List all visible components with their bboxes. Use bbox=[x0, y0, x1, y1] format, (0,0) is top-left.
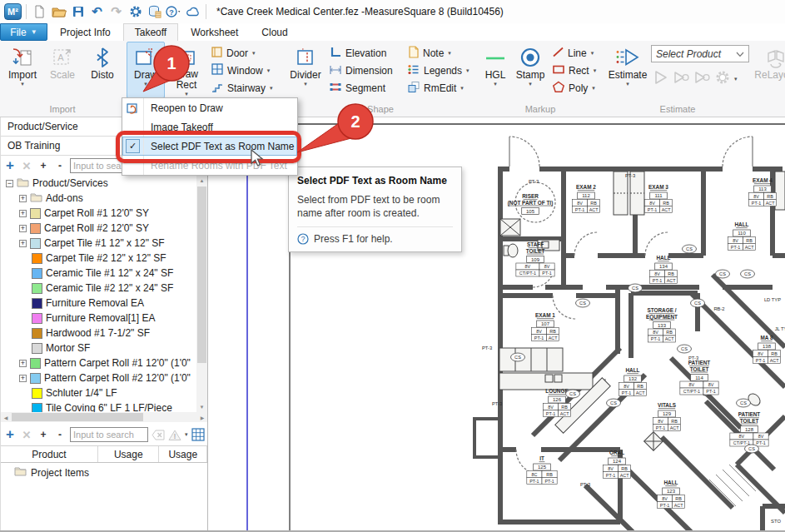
line-button[interactable]: Line▾ bbox=[549, 45, 601, 61]
tree-item[interactable]: +Carpet Roll #1 12'0" SY bbox=[1, 206, 207, 221]
svg-text:MA 8: MA 8 bbox=[760, 335, 773, 341]
tree-item[interactable]: Hardwood #1 7-1/2" SF bbox=[1, 326, 207, 341]
svg-text:8V: 8V bbox=[708, 382, 714, 387]
tab-takeoff[interactable]: Takeoff bbox=[123, 23, 178, 41]
hgl-button[interactable]: HGL▾ bbox=[479, 42, 511, 98]
column-header-product[interactable]: Product bbox=[1, 446, 98, 462]
add-button[interactable]: + bbox=[3, 159, 17, 172]
redo-icon[interactable]: ↷ bbox=[107, 2, 126, 21]
save-icon[interactable] bbox=[68, 2, 87, 21]
legends-button[interactable]: Legends▾ bbox=[405, 62, 474, 78]
room-label-storage-: STORAGE /EQUIPMENT1338VRBPT-1ACT bbox=[646, 307, 678, 342]
tree-item[interactable]: Tile Coving 6" LF 1 LF/Piece bbox=[1, 400, 207, 412]
new-document-icon[interactable] bbox=[30, 2, 49, 21]
tree-item[interactable]: Furniture Removal EA bbox=[1, 296, 207, 311]
chevron-down-icon[interactable]: ▾ bbox=[734, 76, 738, 82]
collapse-button[interactable]: - bbox=[53, 428, 67, 441]
delete-button[interactable]: ✕ bbox=[20, 428, 33, 441]
divider-button[interactable]: Divider▾ bbox=[286, 42, 325, 98]
tree-item[interactable]: Furniture Removal[1] EA bbox=[1, 311, 207, 326]
product-tree: −Product/Services+Add-ons+Carpet Roll #1… bbox=[1, 176, 207, 412]
import-button[interactable]: Import▾ bbox=[3, 42, 42, 98]
window-button[interactable]: Window▾ bbox=[208, 62, 281, 78]
svg-text:ACT: ACT bbox=[549, 336, 558, 341]
grid-view-icon[interactable] bbox=[191, 428, 205, 441]
product-color-swatch bbox=[32, 298, 42, 309]
estimate-run-next-icon[interactable] bbox=[672, 68, 691, 89]
tree-vertical-scrollbar[interactable]: ▲▼ bbox=[196, 176, 207, 412]
expand-icon[interactable]: + bbox=[19, 210, 27, 217]
svg-text:LOUNGE: LOUNGE bbox=[545, 388, 569, 394]
product-color-swatch bbox=[30, 208, 41, 219]
estimate-run-icon[interactable] bbox=[651, 68, 670, 89]
chevron-down-icon[interactable]: ▾ bbox=[185, 431, 188, 438]
expand-button[interactable]: + bbox=[37, 428, 50, 441]
settings-gear-icon[interactable] bbox=[126, 2, 145, 21]
clear-search-icon[interactable] bbox=[152, 428, 165, 441]
tree-item[interactable]: Ceramic Tile #1 12" x 24" SF bbox=[1, 266, 207, 281]
estimate-button[interactable]: Estimate▾ bbox=[606, 42, 649, 98]
tree-horizontal-scrollbar[interactable]: ◀▶ bbox=[1, 412, 207, 422]
undo-icon[interactable]: ↶ bbox=[87, 2, 107, 21]
tree-item[interactable]: Ceramic Tile #2 12" x 24" SF bbox=[1, 281, 207, 296]
collapse-icon[interactable]: − bbox=[6, 180, 13, 187]
estimate-settings-gear-icon[interactable] bbox=[713, 68, 733, 89]
dimension-button[interactable]: Dimension bbox=[326, 62, 403, 78]
estimate-run-all-icon[interactable] bbox=[693, 68, 712, 89]
tree-item[interactable]: Carpet Tile #2 12" x 12" SF bbox=[1, 251, 207, 266]
cloud-icon[interactable] bbox=[183, 2, 202, 21]
help-icon[interactable]: ? bbox=[164, 2, 183, 21]
expand-icon[interactable]: + bbox=[19, 195, 27, 202]
tree-item[interactable]: +Add-ons bbox=[1, 191, 207, 206]
tree-item[interactable]: Mortor SF bbox=[1, 341, 207, 355]
tree-item[interactable]: +Pattern Carpet Roll #2 12'0" (1'0" bbox=[1, 370, 207, 385]
column-header-usage[interactable]: Usage bbox=[98, 446, 159, 462]
search-input[interactable] bbox=[70, 427, 148, 442]
poly-button[interactable]: Poly▾ bbox=[549, 80, 601, 96]
tree-item[interactable]: −Product/Services bbox=[1, 176, 207, 191]
tab-cloud[interactable]: Cloud bbox=[251, 23, 298, 41]
stamp-button[interactable]: Stamp▾ bbox=[513, 42, 548, 98]
tab-project-info[interactable]: Project Info bbox=[49, 23, 122, 41]
rmedit-button[interactable]: RmEdit▾ bbox=[405, 80, 474, 96]
tooltip-footer: Press F1 for help. bbox=[314, 233, 393, 245]
column-header-usage[interactable]: Usage bbox=[159, 446, 207, 462]
product-color-swatch bbox=[32, 283, 42, 294]
svg-text:PT-1: PT-1 bbox=[756, 358, 765, 363]
filter-warning-icon[interactable]: ! bbox=[168, 428, 181, 441]
svg-text:ACT: ACT bbox=[667, 278, 676, 283]
tree-item[interactable]: +Carpet Roll #2 12'0" SY bbox=[1, 221, 207, 236]
expand-icon[interactable]: + bbox=[19, 225, 27, 232]
project-items-row[interactable]: Project Items bbox=[1, 465, 207, 480]
file-menu-button[interactable]: File▼ bbox=[0, 23, 47, 41]
expand-button[interactable]: + bbox=[37, 159, 50, 172]
svg-text:EXAM 3: EXAM 3 bbox=[648, 184, 668, 190]
segment-button[interactable]: Segment bbox=[326, 80, 403, 96]
svg-text:ACT: ACT bbox=[766, 201, 775, 206]
svg-text:8V: 8V bbox=[758, 434, 764, 439]
rect-button[interactable]: Rect▾ bbox=[549, 62, 601, 78]
open-folder-icon[interactable] bbox=[49, 2, 68, 21]
relayout-button[interactable]: ReLayout bbox=[754, 42, 785, 98]
svg-text:133: 133 bbox=[658, 323, 667, 328]
cs-tag: CS bbox=[737, 399, 751, 407]
collapse-button[interactable]: - bbox=[53, 159, 67, 172]
select-product-dropdown[interactable]: Select Product bbox=[651, 45, 749, 62]
tree-item[interactable]: +Pattern Carpet Roll #1 12'0" (1'0" bbox=[1, 355, 207, 370]
elevation-button[interactable]: Elevation bbox=[326, 45, 403, 61]
scale-button[interactable]: A Scale bbox=[43, 42, 82, 98]
database-icon[interactable] bbox=[145, 2, 164, 21]
delete-button[interactable]: ✕ bbox=[20, 159, 33, 172]
menu-item-reopen-to-draw[interactable]: Reopen to Draw bbox=[122, 98, 297, 117]
disto-button[interactable]: Disto bbox=[83, 42, 122, 98]
note-button[interactable]: Note▾ bbox=[405, 45, 474, 61]
tree-item[interactable]: +Carpet Tile #1 12" x 12" SF bbox=[1, 236, 207, 251]
expand-icon[interactable]: + bbox=[19, 360, 27, 367]
tab-worksheet[interactable]: Worksheet bbox=[180, 23, 249, 41]
add-button[interactable]: + bbox=[3, 428, 17, 441]
expand-icon[interactable]: + bbox=[19, 240, 27, 247]
door-button[interactable]: Door▾ bbox=[208, 45, 281, 61]
tree-item[interactable]: Schluter 1/4" LF bbox=[1, 385, 207, 400]
expand-icon[interactable]: + bbox=[19, 375, 27, 382]
stairway-button[interactable]: Stairway▾ bbox=[208, 80, 281, 96]
